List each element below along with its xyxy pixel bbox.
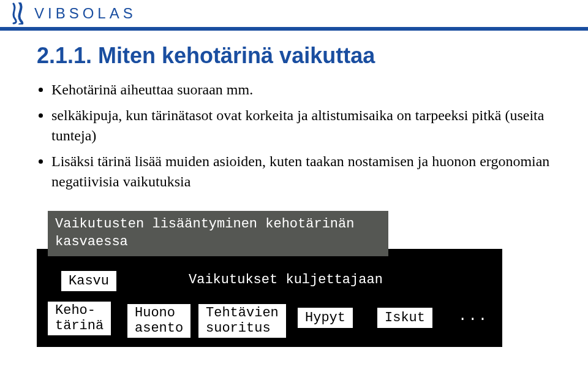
banner-text: Vaikutusten lisääntyminen kehotärinän ka… <box>55 216 381 251</box>
logo: VIBSOLAS <box>11 2 137 25</box>
label-kehotarina: Keho- tärinä <box>48 302 111 335</box>
list-item: selkäkipuja, kun tärinätasot ovat korkei… <box>51 105 551 147</box>
logo-text: VIBSOLAS <box>34 5 137 22</box>
list-item: Kehotärinä aiheuttaa suoraan mm. <box>51 80 551 101</box>
slide-content: 2.1.1. Miten kehotärinä vaikuttaa Kehotä… <box>0 31 588 352</box>
slide-title: 2.1.1. Miten kehotärinä vaikuttaa <box>37 43 551 69</box>
diagram: Vaikutusten lisääntyminen kehotärinän ka… <box>37 211 502 352</box>
label-hypyt: Hypyt <box>298 308 353 328</box>
label-kasvu: Kasvu <box>61 271 116 291</box>
label-asento: Huono asento <box>127 304 190 338</box>
label-iskut: Iskut <box>377 308 432 328</box>
list-item: Lisäksi tärinä lisää muiden asioiden, ku… <box>51 151 551 192</box>
label-driver: Vaikutukset kuljettajaan <box>189 272 383 288</box>
wave-icon <box>11 2 28 25</box>
bullet-list: Kehotärinä aiheuttaa suoraan mm. selkäki… <box>37 80 551 192</box>
app-header: VIBSOLAS <box>0 0 588 31</box>
label-dots: ... <box>458 308 488 324</box>
diagram-banner: Vaikutusten lisääntyminen kehotärinän ka… <box>48 211 388 256</box>
label-tehtavien: Tehtävien suoritus <box>198 304 286 338</box>
